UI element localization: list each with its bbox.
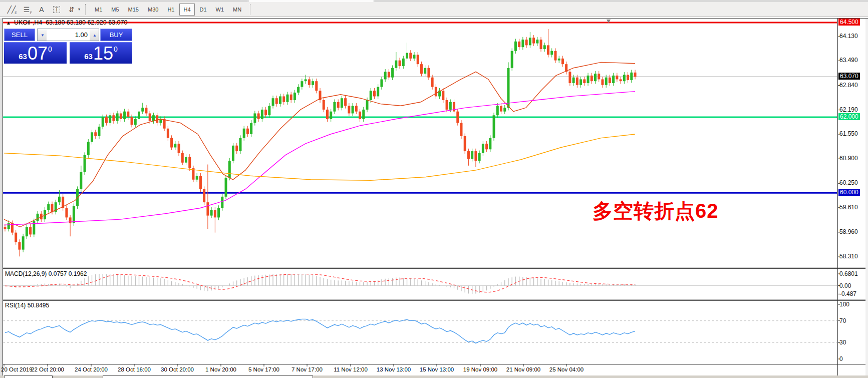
candle xyxy=(221,197,223,208)
candle xyxy=(568,72,571,83)
candle xyxy=(388,72,390,77)
candle xyxy=(120,113,122,119)
time-axis-label: 7 Nov 17:00 xyxy=(292,366,323,372)
candle xyxy=(587,76,590,83)
one-click-panel-toggle-icon[interactable]: ▲ xyxy=(6,20,11,26)
candle xyxy=(341,98,343,108)
candle xyxy=(290,95,293,100)
symbol-period-label: UKOil-,H4 xyxy=(14,19,42,26)
candle xyxy=(174,144,176,148)
candle xyxy=(399,61,401,66)
price-axis-label-58.960: 58.960 xyxy=(839,228,858,235)
candle xyxy=(18,242,21,250)
volume-input[interactable] xyxy=(47,29,90,41)
ohlc-values: 63.180 63.180 62.920 63.070 xyxy=(46,19,127,26)
candle xyxy=(478,153,481,161)
candle xyxy=(623,75,626,81)
candle xyxy=(609,78,611,83)
candle xyxy=(471,151,473,159)
time-axis-label: 22 Oct 20:00 xyxy=(31,366,64,372)
candle xyxy=(456,112,459,123)
candle xyxy=(550,51,553,55)
price-axis-label-60.250: 60.250 xyxy=(839,179,858,186)
candle xyxy=(156,115,158,123)
one-click-trading-panel: SELL ▼ ▲ BUY 63 07 0 63 15 0 xyxy=(4,29,132,64)
price-axis-label-58.310: 58.310 xyxy=(839,253,858,260)
candle xyxy=(380,79,383,87)
price-axis-label-62.840: 62.840 xyxy=(839,82,858,89)
candle xyxy=(98,127,100,136)
candle xyxy=(333,102,336,112)
candle xyxy=(134,119,137,125)
macd-indicator-label: MACD(12,26,9) 0.0757 0.1962 xyxy=(5,270,87,277)
candle xyxy=(301,81,303,87)
chart-tab[interactable] xyxy=(4,375,53,378)
candle xyxy=(370,91,372,100)
candle xyxy=(485,144,488,149)
candle xyxy=(366,100,369,110)
candle xyxy=(359,112,361,119)
price-axis-label-62.190: 62.190 xyxy=(839,106,858,113)
macd-pane-resize-handle[interactable] xyxy=(3,268,868,269)
sell-price-display[interactable]: 63 07 0 xyxy=(4,42,67,64)
price-axis-label-64.130: 64.130 xyxy=(839,33,858,40)
volume-spinner: ▼ ▲ xyxy=(37,29,99,41)
candle xyxy=(442,91,444,100)
price-axis-label-64.500: 64.500 xyxy=(838,19,860,26)
candle xyxy=(518,42,520,47)
candle xyxy=(373,91,376,96)
time-axis-label: 20 Oct 2019 xyxy=(1,366,33,372)
candle xyxy=(554,51,556,61)
sell-price-pips: 07 xyxy=(28,45,48,62)
sell-button[interactable]: SELL xyxy=(4,29,35,41)
buy-button[interactable]: BUY xyxy=(100,29,132,41)
candle xyxy=(540,40,542,49)
candle xyxy=(225,178,227,197)
candle xyxy=(279,96,281,104)
candle xyxy=(15,233,17,242)
rsi-axis-label-0: 0 xyxy=(839,355,843,362)
candle xyxy=(312,81,314,85)
candle xyxy=(391,68,394,78)
candle xyxy=(51,204,53,212)
buy-price-display[interactable]: 63 15 0 xyxy=(70,42,132,64)
candle xyxy=(547,45,549,55)
price-axis-label-63.070: 63.070 xyxy=(838,73,860,80)
candle xyxy=(261,110,263,119)
candle xyxy=(558,59,560,61)
candle xyxy=(138,112,140,119)
price-axis-label-62.000: 62.000 xyxy=(838,113,860,120)
candle xyxy=(605,78,608,85)
candle xyxy=(116,113,119,121)
candle xyxy=(543,45,546,49)
candle xyxy=(163,119,166,129)
candle xyxy=(467,151,470,159)
candle xyxy=(435,87,437,97)
candle xyxy=(572,78,575,83)
candle xyxy=(521,40,524,47)
candle xyxy=(112,115,115,121)
volume-decrease-button[interactable]: ▼ xyxy=(38,29,47,41)
candle xyxy=(264,110,267,115)
chart-tab[interactable] xyxy=(103,375,313,378)
candle xyxy=(598,74,600,79)
time-axis-label: 21 Nov 09:00 xyxy=(506,366,540,372)
candle xyxy=(561,59,564,64)
candle xyxy=(167,129,169,138)
price-axis-border xyxy=(837,19,838,375)
candle xyxy=(337,102,340,108)
candle xyxy=(489,138,491,150)
candle xyxy=(4,227,7,229)
candle xyxy=(634,73,637,77)
candle xyxy=(427,68,430,78)
rsi-pane-resize-handle[interactable] xyxy=(3,300,868,301)
time-axis-label: 28 Oct 16:00 xyxy=(118,366,151,372)
candle xyxy=(424,68,426,74)
window-right-edge xyxy=(865,19,868,378)
candle xyxy=(29,227,32,234)
sell-price-whole: 63 xyxy=(19,52,27,61)
candle xyxy=(616,76,618,80)
candle xyxy=(449,102,452,110)
volume-increase-button[interactable]: ▲ xyxy=(90,29,99,41)
candle xyxy=(131,117,133,125)
